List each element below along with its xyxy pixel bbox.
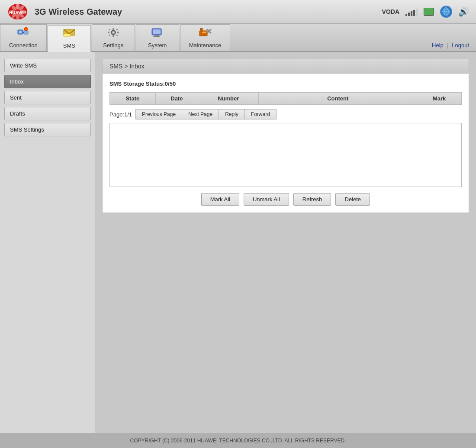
- reply-button[interactable]: Reply: [219, 109, 244, 119]
- bottom-buttons: Mark All Unmark All Refresh Delete: [109, 193, 462, 206]
- tab-maintenance[interactable]: Maintenance: [180, 24, 230, 51]
- col-content: Content: [259, 93, 417, 105]
- svg-rect-34: [154, 35, 159, 36]
- header-logo: HUAWEI 3G Wireless Gateway: [7, 3, 122, 20]
- tab-settings-label: Settings: [103, 42, 123, 48]
- svg-rect-36: [199, 31, 207, 36]
- svg-point-2: [16, 3, 19, 10]
- forward-button[interactable]: Forward: [244, 109, 277, 119]
- svg-rect-33: [153, 29, 161, 34]
- nav-tabs: Connection SMS: [0, 24, 476, 52]
- svg-rect-38: [202, 32, 206, 33]
- tab-sms[interactable]: SMS: [48, 25, 91, 52]
- svg-rect-25: [113, 35, 114, 37]
- help-logout-area: Help | Logout: [432, 42, 476, 51]
- settings-tab-icon: [107, 27, 120, 40]
- svg-rect-16: [19, 31, 22, 33]
- svg-rect-35: [153, 36, 160, 37]
- speaker-icon: 🔊: [458, 6, 469, 17]
- mark-all-button[interactable]: Mark All: [201, 193, 239, 206]
- huawei-logo-icon: HUAWEI: [7, 3, 29, 20]
- svg-rect-26: [108, 32, 109, 33]
- svg-rect-17: [24, 31, 28, 34]
- svg-rect-29: [116, 29, 118, 30]
- sms-panel-body: SMS Storage Status:0/50 State Date Numbe…: [103, 74, 469, 213]
- sidebar-item-inbox[interactable]: Inbox: [4, 75, 91, 88]
- signal-bars-icon: [405, 7, 418, 16]
- storage-status: SMS Storage Status:0/50: [109, 81, 462, 87]
- sms-tab-icon: [63, 28, 76, 41]
- signal-bar-1: [405, 14, 407, 16]
- tab-settings[interactable]: Settings: [92, 24, 135, 51]
- svg-point-23: [112, 32, 114, 34]
- tab-maintenance-label: Maintenance: [189, 42, 221, 48]
- svg-point-4: [20, 10, 26, 13]
- svg-rect-30: [109, 34, 110, 36]
- system-tab-icon: [151, 27, 164, 40]
- svg-point-8: [10, 10, 16, 13]
- next-page-button[interactable]: Next Page: [182, 109, 219, 119]
- svg-rect-28: [109, 29, 110, 30]
- svg-rect-37: [200, 28, 203, 31]
- table-header-row: State Date Number Content Mark: [110, 93, 462, 105]
- maintenance-tab-icon: [199, 27, 212, 40]
- col-state: State: [110, 93, 156, 105]
- nav-divider: |: [447, 42, 448, 48]
- signal-bar-4: [413, 10, 415, 16]
- sms-panel-header: SMS > Inbox: [103, 59, 469, 74]
- refresh-button[interactable]: Refresh: [293, 193, 331, 206]
- col-date: Date: [155, 93, 198, 105]
- sidebar-item-sms-settings[interactable]: SMS Settings: [4, 123, 91, 136]
- copyright-text: COPYRIGHT (C) 2006-2011 HUAWEI TECHNOLOG…: [130, 438, 346, 444]
- tab-system-label: System: [148, 42, 167, 48]
- svg-point-18: [24, 27, 28, 31]
- header-right: VODA 🔊: [382, 6, 469, 18]
- svg-point-6: [16, 14, 19, 20]
- sidebar-item-write-sms[interactable]: Write SMS: [4, 59, 91, 72]
- logout-link[interactable]: Logout: [452, 42, 469, 48]
- svg-rect-31: [116, 34, 118, 36]
- content-area: SMS > Inbox SMS Storage Status:0/50 Stat…: [95, 52, 476, 433]
- tab-connection-label: Connection: [9, 42, 38, 48]
- sms-table: State Date Number Content Mark: [109, 92, 462, 105]
- tab-system[interactable]: System: [136, 24, 179, 51]
- footer: COPYRIGHT (C) 2006-2011 HUAWEI TECHNOLOG…: [0, 433, 476, 448]
- globe-svg: [441, 7, 451, 16]
- app-title: 3G Wireless Gateway: [35, 7, 122, 17]
- connection-tab-icon: [17, 27, 30, 40]
- message-preview-area[interactable]: [109, 123, 462, 187]
- signal-bar-5: [416, 9, 418, 16]
- svg-rect-24: [113, 28, 114, 30]
- sms-panel: SMS > Inbox SMS Storage Status:0/50 Stat…: [102, 59, 469, 213]
- pagination-row: Page:1/1 Previous Page Next Page Reply F…: [109, 109, 462, 119]
- tab-sms-label: SMS: [63, 42, 75, 49]
- sidebar: Write SMS Inbox Sent Drafts SMS Settings: [0, 52, 95, 433]
- carrier-name: VODA: [382, 8, 399, 15]
- connection-status-icon: [424, 8, 434, 16]
- delete-button[interactable]: Delete: [335, 193, 370, 206]
- page-label: Page:1/1: [109, 111, 132, 118]
- unmark-all-button[interactable]: Unmark All: [244, 193, 289, 206]
- sidebar-item-sent[interactable]: Sent: [4, 91, 91, 104]
- tab-connection[interactable]: Connection: [0, 24, 47, 51]
- svg-rect-21: [64, 34, 71, 36]
- help-link[interactable]: Help: [432, 42, 444, 48]
- globe-icon: [440, 6, 452, 18]
- col-mark: Mark: [417, 93, 462, 105]
- signal-bar-2: [408, 13, 410, 16]
- main-area: Write SMS Inbox Sent Drafts SMS Settings…: [0, 52, 476, 433]
- breadcrumb: SMS > Inbox: [109, 63, 145, 70]
- col-number: Number: [198, 93, 259, 105]
- sidebar-item-drafts[interactable]: Drafts: [4, 107, 91, 120]
- header: HUAWEI 3G Wireless Gateway VODA: [0, 0, 476, 24]
- signal-bar-3: [411, 11, 412, 16]
- svg-rect-27: [117, 32, 119, 33]
- previous-page-button[interactable]: Previous Page: [135, 109, 182, 119]
